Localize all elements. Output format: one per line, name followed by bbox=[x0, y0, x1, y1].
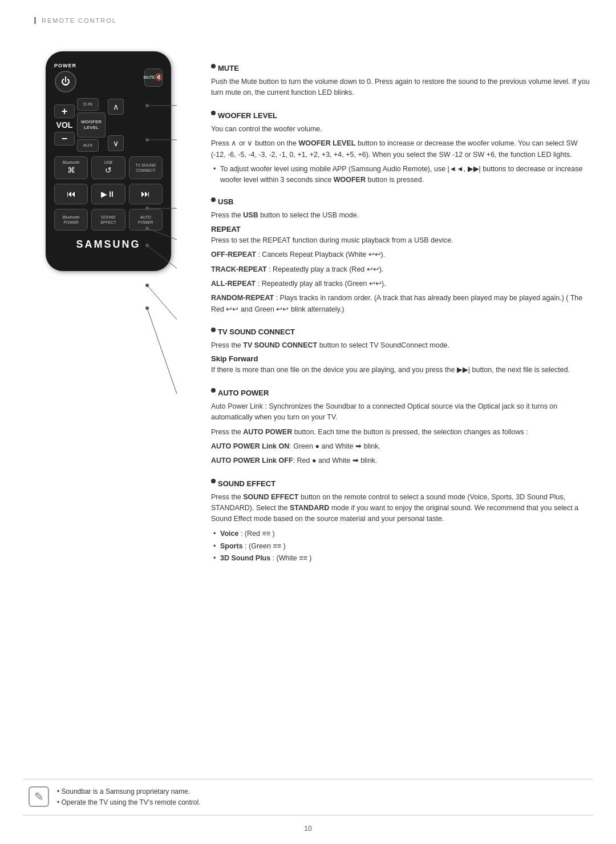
tvsound-dot bbox=[211, 328, 216, 332]
usb-title: USB bbox=[218, 197, 233, 206]
playpause-button[interactable]: ▶⏸ bbox=[91, 184, 125, 204]
page-header: REMOTE CONTROL bbox=[34, 17, 117, 24]
woofer-body2: Press ∧ or ∨ button on the WOOFER LEVEL … bbox=[211, 138, 593, 160]
din-button[interactable]: D.IN bbox=[77, 98, 99, 111]
usb-label: USB bbox=[104, 160, 112, 165]
soundeffect-dot bbox=[211, 479, 216, 483]
soundeffect-section: SOUND EFFECT Press the SOUND EFFECT butt… bbox=[211, 473, 593, 564]
mute-icon: 🔇 bbox=[155, 74, 163, 81]
soundeffect-voice: Voice : (Red ≡≡ ) bbox=[211, 528, 593, 539]
tvsound-label: TV SOUNDCONNECT bbox=[135, 163, 156, 173]
tvsound-body: Press the TV SOUND CONNECT button to sel… bbox=[211, 340, 593, 351]
aux-button[interactable]: AUX bbox=[77, 139, 99, 152]
svg-line-10 bbox=[147, 285, 177, 320]
woofer-body1: You can control the woofer volume. bbox=[211, 124, 593, 135]
mute-button[interactable]: MUTE 🔇 bbox=[144, 68, 163, 87]
auto-power-button[interactable]: AUTOPOWER bbox=[129, 209, 163, 231]
footer-note: ✎ • Soundbar is a Samsung proprietary na… bbox=[23, 779, 593, 815]
autopower-dot bbox=[211, 388, 216, 393]
woofer-label: WOOFERLEVEL bbox=[81, 119, 102, 131]
vol-minus-button[interactable]: − bbox=[54, 132, 75, 146]
woofer-dot bbox=[211, 111, 216, 115]
mute-title: MUTE bbox=[218, 64, 239, 72]
svg-line-12 bbox=[147, 308, 177, 394]
bluetooth-button[interactable]: Bluetooth ⌘ bbox=[54, 156, 88, 179]
arrow-down-button[interactable]: ∨ bbox=[108, 135, 124, 151]
bluetooth-label: Bluetooth bbox=[63, 160, 80, 165]
power-icon: ⏻ bbox=[61, 76, 70, 87]
bt-power-label: BluetoothPOWER bbox=[63, 215, 80, 225]
mute-body: Push the Mute button to turn the volume … bbox=[211, 76, 593, 99]
soundeffect-3d: 3D Sound Plus : (White ≡≡ ) bbox=[211, 553, 593, 564]
woofer-bullet: To adjust woofer level using mobile APP … bbox=[211, 164, 593, 185]
power-label: POWER bbox=[54, 63, 76, 68]
next-button[interactable]: ⏭ bbox=[129, 184, 163, 204]
autopower-title: AUTO POWER bbox=[218, 389, 269, 397]
usb-dot bbox=[211, 197, 216, 202]
vol-label: VOL bbox=[54, 119, 75, 131]
auto-power-label: AUTOPOWER bbox=[138, 215, 153, 225]
footer-text: • Soundbar is a Samsung proprietary name… bbox=[57, 786, 201, 808]
soundeffect-sports: Sports : (Green ≡≡ ) bbox=[211, 541, 593, 552]
content-area: MUTE Push the Mute button to turn the vo… bbox=[194, 40, 593, 566]
footer-icon: ✎ bbox=[29, 786, 49, 807]
svg-point-13 bbox=[145, 306, 149, 310]
random-repeat: RANDOM-REPEAT : Plays tracks in random o… bbox=[211, 293, 593, 315]
prev-icon: ⏮ bbox=[67, 189, 76, 199]
soundeffect-title: SOUND EFFECT bbox=[218, 479, 275, 488]
prev-button[interactable]: ⏮ bbox=[54, 184, 88, 204]
page-number: 10 bbox=[304, 825, 311, 833]
usb-section: USB Press the USB button to select the U… bbox=[211, 191, 593, 315]
arrow-up-button[interactable]: ∧ bbox=[108, 99, 124, 115]
next-icon: ⏭ bbox=[141, 189, 150, 199]
power-button[interactable]: ⏻ bbox=[55, 71, 76, 92]
usb-button[interactable]: USB ↺ bbox=[91, 156, 125, 179]
woofer-button[interactable]: WOOFERLEVEL bbox=[77, 112, 106, 138]
mute-dot bbox=[211, 64, 216, 68]
skip-body: If there is more than one file on the de… bbox=[211, 365, 593, 375]
woofer-section: WOOFER LEVEL You can control the woofer … bbox=[211, 104, 593, 185]
mute-section: MUTE Push the Mute button to turn the vo… bbox=[211, 57, 593, 99]
woofer-title: WOOFER LEVEL bbox=[218, 111, 277, 120]
track-repeat: TRACK-REPEAT : Repeatedly play a track (… bbox=[211, 264, 593, 275]
autopower-section: AUTO POWER Auto Power Link : Synchronize… bbox=[211, 382, 593, 467]
sound-effect-label: SOUNDEFFECT bbox=[100, 215, 116, 225]
off-repeat: OFF-REPEAT : Cancels Repeat Playback (Wh… bbox=[211, 249, 593, 260]
soundeffect-body: Press the SOUND EFFECT button on the rem… bbox=[211, 492, 593, 525]
remote-control: POWER ⏻ MUTE 🔇 + VOL − D.IN bbox=[46, 51, 171, 271]
autopower-body2: Press the AUTO POWER button. Each time t… bbox=[211, 427, 593, 438]
mute-label: MUTE bbox=[144, 75, 155, 80]
autopower-off: AUTO POWER Link OFF: Red ● and White ➡ b… bbox=[211, 455, 593, 466]
bt-power-button[interactable]: BluetoothPOWER bbox=[54, 209, 88, 231]
sound-effect-button[interactable]: SOUNDEFFECT bbox=[91, 209, 125, 231]
usb-icon: ↺ bbox=[105, 165, 112, 175]
skip-title: Skip Forward bbox=[211, 354, 258, 363]
repeat-title: REPEAT bbox=[211, 225, 241, 233]
footer-note-2: • Operate the TV using the TV's remote c… bbox=[57, 797, 201, 808]
tvsound-title: TV SOUND CONNECT bbox=[218, 328, 295, 336]
remote-area: POWER ⏻ MUTE 🔇 + VOL − D.IN bbox=[23, 40, 194, 566]
all-repeat: ALL-REPEAT : Repeatedly play all tracks … bbox=[211, 278, 593, 289]
autopower-body1: Auto Power Link : Synchronizes the Sound… bbox=[211, 401, 593, 423]
repeat-body: Press to set the REPEAT function during … bbox=[211, 235, 593, 246]
tvsound-button[interactable]: TV SOUNDCONNECT bbox=[129, 156, 163, 179]
vol-plus-button[interactable]: + bbox=[54, 104, 75, 118]
bluetooth-icon: ⌘ bbox=[67, 165, 75, 175]
tvsound-section: TV SOUND CONNECT Press the TV SOUND CONN… bbox=[211, 321, 593, 376]
svg-point-11 bbox=[145, 284, 149, 287]
autopower-on: AUTO POWER Link ON: Green ● and White ➡ … bbox=[211, 441, 593, 452]
playpause-icon: ▶⏸ bbox=[101, 189, 115, 199]
samsung-logo: SAMSUNG bbox=[54, 239, 163, 251]
footer-note-1: • Soundbar is a Samsung proprietary name… bbox=[57, 786, 201, 797]
usb-body: Press the USB button to select the USB m… bbox=[211, 210, 593, 221]
